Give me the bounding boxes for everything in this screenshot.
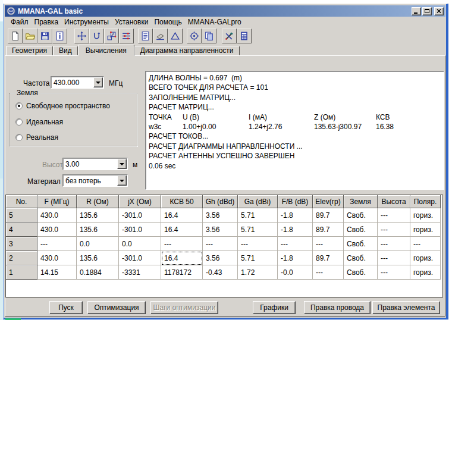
row-header-cell[interactable]: 1 — [6, 265, 37, 280]
center-view-button[interactable] — [187, 29, 202, 43]
titlebar[interactable]: MMANA-GAL basic — [5, 5, 445, 17]
table-cell[interactable]: 89.7 — [313, 223, 344, 237]
table-cell[interactable]: гориз. — [410, 251, 441, 265]
start-button[interactable]: Пуск — [49, 301, 83, 314]
table-cell[interactable]: --- — [161, 237, 203, 251]
results-table[interactable]: No.F (МГц)R (Ом)jX (Ом)КСВ 50Gh (dBd)Ga … — [5, 195, 443, 298]
table-cell[interactable]: Своб. — [344, 208, 378, 223]
menu-file[interactable]: Файл — [8, 18, 31, 26]
table-cell[interactable]: гориз. — [410, 265, 441, 280]
table-cell[interactable]: --- — [378, 237, 410, 251]
tab-view[interactable]: Вид — [53, 46, 78, 55]
radio-real-ground[interactable]: Реальная — [15, 133, 58, 142]
table-cell[interactable]: 5.71 — [238, 251, 278, 265]
material-dropdown-button[interactable] — [117, 176, 127, 186]
menu-help[interactable]: Помощь — [152, 18, 184, 26]
table-cell[interactable]: -3331 — [119, 265, 161, 280]
menu-setup[interactable]: Установки — [112, 18, 150, 26]
table-cell[interactable]: 16.4 — [161, 251, 203, 265]
new-file-button[interactable] — [8, 29, 23, 43]
frequency-dropdown-button[interactable] — [93, 77, 103, 87]
table-cell[interactable]: 1.72 — [238, 265, 278, 280]
tab-far-field-plot[interactable]: Диаграмма направленности — [134, 46, 240, 55]
table-cell[interactable]: -0.43 — [203, 265, 238, 280]
edit-wire-button[interactable]: Правка провода — [304, 301, 371, 314]
calculator-button[interactable] — [237, 29, 252, 43]
table-cell[interactable]: Своб. — [344, 237, 378, 251]
table-cell[interactable]: Своб. — [344, 265, 378, 280]
setup-tools-button[interactable] — [222, 29, 237, 43]
maximize-button[interactable] — [422, 7, 432, 15]
table-cell[interactable]: 1178172 — [161, 265, 203, 280]
table-cell[interactable]: 89.7 — [313, 208, 344, 223]
table-cell[interactable]: -1.8 — [278, 208, 313, 223]
table-cell[interactable]: --- — [378, 265, 410, 280]
table-cell[interactable]: 0.1884 — [77, 265, 119, 280]
material-combobox[interactable]: без потерь — [62, 174, 128, 187]
minimize-button[interactable] — [412, 7, 421, 15]
table-cell[interactable]: 0.0 — [77, 237, 119, 251]
table-cell[interactable]: -301.0 — [119, 208, 161, 223]
table-cell[interactable]: 430.0 — [37, 251, 77, 265]
table-cell[interactable]: 135.6 — [77, 223, 119, 237]
menu-tools[interactable]: Инструменты — [62, 18, 111, 26]
plots-button[interactable]: Графики — [253, 301, 296, 314]
table-cell[interactable]: Своб. — [344, 223, 378, 237]
height-combobox[interactable]: 3.00 — [62, 158, 128, 170]
radio-free-space[interactable]: Свободное пространство — [15, 102, 110, 110]
row-header-cell[interactable]: 4 — [6, 223, 37, 237]
table-cell[interactable]: 3.56 — [203, 251, 238, 265]
table-cell[interactable]: --- — [313, 237, 344, 251]
open-file-button[interactable] — [23, 29, 37, 43]
optimization-button[interactable]: Оптимизация — [87, 301, 146, 314]
height-dropdown-button[interactable] — [117, 159, 127, 169]
table-cell[interactable]: 16.4 — [161, 223, 203, 237]
table-cell[interactable]: Своб. — [344, 251, 378, 265]
file-info-button[interactable] — [52, 29, 67, 43]
table-cell[interactable]: -1.8 — [278, 251, 313, 265]
table-cell[interactable]: --- — [378, 208, 410, 223]
scale-wire-button[interactable] — [104, 29, 119, 43]
copy-view-button[interactable] — [202, 29, 216, 43]
table-cell[interactable]: --- — [203, 237, 238, 251]
table-cell[interactable]: 5.71 — [238, 223, 278, 237]
frequency-combobox[interactable]: 430.000 — [51, 76, 104, 89]
app-icon[interactable] — [7, 7, 15, 15]
table-cell[interactable]: -1.8 — [278, 223, 313, 237]
wire-list-button[interactable] — [138, 29, 153, 43]
row-header-cell[interactable]: 2 — [6, 251, 37, 265]
table-cell[interactable]: 3.56 — [203, 208, 238, 223]
table-cell[interactable]: --- — [378, 223, 410, 237]
table-cell[interactable]: --- — [410, 237, 441, 251]
table-cell[interactable]: 89.7 — [313, 251, 344, 265]
table-cell[interactable]: 135.6 — [77, 208, 119, 223]
move-view-button[interactable] — [74, 29, 89, 43]
output-log[interactable]: ДЛИНА ВОЛНЫ = 0.697 (m)ВСЕГО ТОЧЕК ДЛЯ Р… — [145, 71, 444, 190]
table-cell[interactable]: 0.0 — [119, 237, 161, 251]
row-header-cell[interactable]: 3 — [6, 237, 37, 251]
table-cell[interactable]: гориз. — [410, 223, 441, 237]
table-cell[interactable]: -301.0 — [119, 223, 161, 237]
close-button[interactable] — [434, 7, 444, 15]
table-cell[interactable]: 16.4 — [161, 208, 203, 223]
table-cell[interactable]: -301.0 — [119, 251, 161, 265]
save-file-button[interactable] — [37, 29, 52, 43]
table-cell[interactable]: --- — [378, 251, 410, 265]
menu-mmana-galpro[interactable]: MMANA-GALpro — [186, 18, 244, 26]
wire-eraser-button[interactable] — [153, 29, 168, 43]
table-cell[interactable]: --- — [238, 237, 278, 251]
rotate-view-button[interactable] — [89, 29, 104, 43]
table-cell[interactable]: --- — [37, 237, 77, 251]
table-cell[interactable]: 14.15 — [37, 265, 77, 280]
radio-perfect-ground[interactable]: Идеальная — [15, 118, 63, 126]
table-cell[interactable]: 135.6 — [77, 251, 119, 265]
table-cell[interactable]: --- — [313, 265, 344, 280]
row-header-cell[interactable]: 5 — [6, 208, 37, 223]
table-cell[interactable]: гориз. — [410, 208, 441, 223]
table-cell[interactable]: 430.0 — [37, 223, 77, 237]
tab-geometry[interactable]: Геометрия — [6, 46, 53, 55]
table-cell[interactable]: -0.0 — [278, 265, 313, 280]
table-cell[interactable]: --- — [278, 237, 313, 251]
table-cell[interactable]: 430.0 — [37, 208, 77, 223]
edit-element-button[interactable]: Правка элемента — [372, 301, 440, 314]
